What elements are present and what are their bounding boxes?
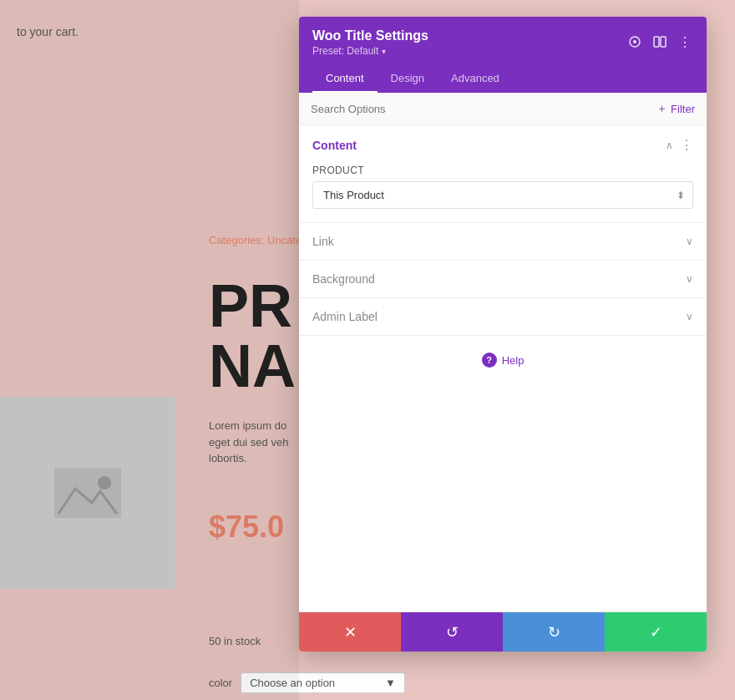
focus-icon-button[interactable] (626, 33, 643, 53)
admin-label-section-header[interactable]: Admin Label ∨ (299, 298, 707, 335)
filter-button[interactable]: ＋ Filter (656, 101, 695, 116)
background-section: Background ∨ (299, 261, 707, 298)
content-chevron-up-icon: ∧ (666, 139, 673, 151)
product-price: $75.0 (209, 510, 284, 545)
filter-plus-icon: ＋ (656, 101, 667, 116)
save-icon: ✓ (650, 623, 662, 642)
focus-icon (628, 35, 641, 48)
panel-title: Woo Title Settings (312, 28, 428, 43)
color-dropdown[interactable]: Choose an option ▼ (241, 672, 405, 693)
panel-icons: ⋮ (626, 33, 693, 53)
svg-point-3 (633, 40, 636, 43)
svg-rect-0 (54, 468, 121, 518)
stock-status: 50 in stock (209, 635, 261, 647)
content-section-body: Product This Product Other Product ⬍ (299, 165, 707, 222)
preset-caret-icon: ▾ (382, 47, 386, 56)
svg-rect-4 (654, 37, 659, 47)
admin-label-section-title: Admin Label (312, 310, 378, 323)
columns-icon (653, 35, 667, 48)
section-controls: ∧ ⋮ (666, 137, 693, 153)
cancel-icon: ✕ (344, 623, 357, 642)
svg-rect-5 (661, 37, 666, 47)
product-description: Lorem ipsum do eget dui sed veh lobortis… (209, 418, 301, 467)
content-section-title: Content (312, 139, 357, 152)
panel-body: ＋ Filter Content ∧ ⋮ Product This Produc… (299, 93, 707, 611)
product-image-placeholder (0, 397, 175, 589)
save-button[interactable]: ✓ (605, 612, 707, 652)
panel-tabs: Content Design Advanced (312, 65, 693, 93)
tab-advanced[interactable]: Advanced (438, 65, 513, 93)
background-section-title: Background (312, 272, 375, 286)
panel-preset[interactable]: Preset: Default ▾ (312, 45, 428, 57)
color-option-row: color Choose an option ▼ (209, 672, 405, 693)
link-chevron-down-icon: ∨ (686, 236, 693, 247)
tab-design[interactable]: Design (378, 65, 438, 93)
columns-icon-button[interactable] (651, 33, 668, 53)
placeholder-icon (54, 468, 121, 518)
tab-content[interactable]: Content (312, 65, 378, 93)
undo-icon: ↺ (446, 623, 459, 642)
background-section-header[interactable]: Background ∨ (299, 261, 707, 297)
admin-label-chevron-down-icon: ∨ (686, 311, 693, 322)
background-chevron-down-icon: ∨ (686, 273, 693, 285)
settings-panel: Woo Title Settings Preset: Default ▾ (299, 17, 707, 652)
help-label: Help (502, 354, 525, 367)
product-select-wrapper: This Product Other Product ⬍ (312, 181, 693, 209)
link-section: Link ∨ (299, 223, 707, 261)
panel-footer: ✕ ↺ ↻ ✓ (299, 611, 707, 652)
link-section-title: Link (312, 235, 334, 248)
content-section-header[interactable]: Content ∧ ⋮ (299, 125, 707, 165)
more-options-button[interactable]: ⋮ (677, 34, 693, 51)
link-section-header[interactable]: Link ∨ (299, 223, 707, 260)
admin-label-section: Admin Label ∨ (299, 298, 707, 336)
search-bar: ＋ Filter (299, 93, 707, 125)
help-row[interactable]: ? Help (299, 336, 707, 384)
more-icon: ⋮ (678, 35, 692, 49)
search-input[interactable] (311, 103, 650, 115)
undo-button[interactable]: ↺ (401, 612, 503, 652)
product-title: PR NA (209, 276, 296, 396)
product-field-label: Product (312, 165, 693, 176)
panel-header: Woo Title Settings Preset: Default ▾ (299, 17, 707, 93)
panel-title-area: Woo Title Settings Preset: Default ▾ (312, 28, 428, 57)
redo-button[interactable]: ↻ (503, 612, 605, 652)
panel-header-top: Woo Title Settings Preset: Default ▾ (312, 28, 693, 57)
redo-icon: ↻ (548, 623, 560, 642)
cancel-button[interactable]: ✕ (299, 612, 401, 652)
content-section-menu-icon[interactable]: ⋮ (680, 137, 693, 153)
svg-point-1 (98, 476, 111, 489)
product-select[interactable]: This Product Other Product (312, 181, 693, 209)
content-section: Content ∧ ⋮ Product This Product Other P… (299, 125, 707, 223)
help-circle-icon: ? (482, 353, 497, 368)
